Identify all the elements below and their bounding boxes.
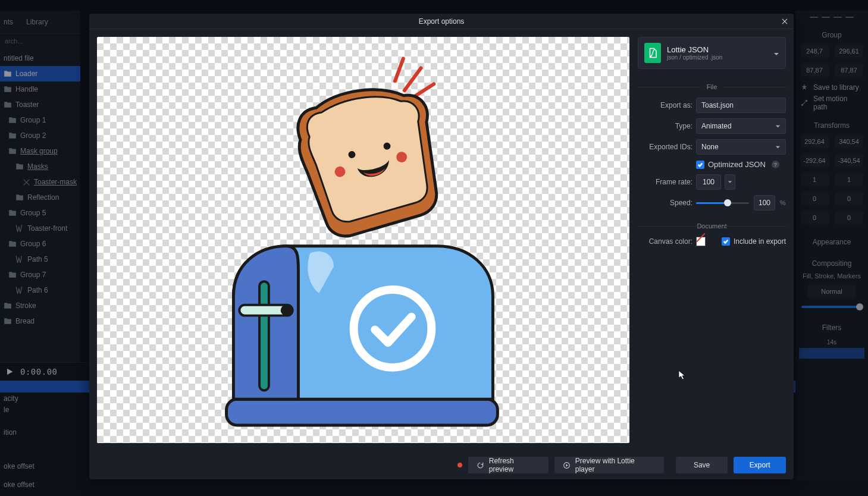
play-circle-icon (563, 462, 571, 469)
status-dot-icon (457, 463, 462, 467)
prop-transforms-title: Transforms (795, 111, 868, 132)
prop-x[interactable]: 248,7 (800, 45, 829, 58)
exported-ids-label: Exported IDs: (638, 143, 692, 151)
exported-ids-select[interactable]: None (696, 139, 786, 155)
refresh-preview-button[interactable]: Refresh preview (468, 457, 549, 473)
speed-value[interactable]: 100 (754, 195, 775, 211)
prop-ty1[interactable]: 340,54 (835, 135, 863, 148)
layer-reflection[interactable]: Reflection (0, 190, 80, 205)
set-motion-path-button[interactable]: Set motion path (795, 95, 868, 111)
section-document: Document (638, 222, 786, 230)
prop-w[interactable]: 87,87 (800, 64, 829, 77)
frame-rate-label: Frame rate: (638, 178, 692, 186)
prop-ty2[interactable]: -340,54 (835, 154, 863, 167)
speed-slider[interactable] (696, 198, 749, 208)
canvas-color-label: Canvas color: (638, 237, 692, 246)
format-selector[interactable]: Lottie JSON json / optimized .json (638, 37, 786, 69)
prop-0d[interactable]: 0 (835, 211, 863, 224)
export-as-label: Export as: (638, 101, 692, 109)
type-label: Type: (638, 122, 692, 130)
layer-toaster-mask[interactable]: Toaster-mask (0, 174, 80, 190)
tl-offset2[interactable]: oke offset (0, 479, 868, 490)
optimized-json-label: Optimized JSON (708, 160, 766, 169)
chevron-down-icon (773, 50, 779, 56)
layer-group7[interactable]: Group 7 (0, 267, 80, 282)
prop-0c[interactable]: 0 (800, 211, 829, 224)
chevron-down-icon (775, 124, 781, 129)
export-options-dialog: Export options (89, 14, 794, 479)
prop-y[interactable]: 296,61 (835, 45, 863, 58)
timecode: 0:00.00 (20, 367, 58, 376)
layer-bread[interactable]: Bread (0, 313, 80, 329)
lottie-json-icon (644, 43, 661, 63)
export-button[interactable]: Export (734, 457, 786, 473)
preview-lottie-player-button[interactable]: Preview with Lottie player (554, 457, 664, 473)
help-icon[interactable]: ? (772, 161, 779, 168)
svg-rect-9 (281, 305, 294, 316)
prop-group-title: Group (795, 20, 868, 42)
layer-untitled[interactable]: ntitled file (0, 51, 80, 66)
prop-fill-stroke: Fill, Stroke, Markers (795, 270, 868, 282)
preview-canvas (97, 37, 629, 443)
layers-search[interactable]: arch... (0, 34, 80, 48)
layer-stroke[interactable]: Stroke (0, 298, 80, 313)
prop-0a[interactable]: 0 (800, 192, 829, 205)
close-icon (781, 17, 789, 26)
dialog-header: Export options (89, 14, 794, 29)
play-icon[interactable] (5, 367, 14, 376)
save-button[interactable]: Save (676, 457, 728, 473)
prop-appearance-title: Appearance (795, 227, 868, 249)
prop-0b[interactable]: 0 (835, 192, 863, 205)
layer-toaster-front[interactable]: Toaster-front (0, 221, 80, 236)
layer-tree: ntitled file Loader Handle Toaster Group… (0, 48, 80, 329)
panel-tab-library[interactable]: Library (26, 18, 48, 26)
layer-path5[interactable]: Path 5 (0, 252, 80, 267)
close-button[interactable] (778, 15, 791, 28)
layer-group2[interactable]: Group 2 (0, 128, 80, 143)
prop-tx2[interactable]: -292,64 (800, 154, 829, 167)
svg-point-1 (806, 100, 807, 102)
prop-1a[interactable]: 1 (800, 173, 829, 186)
properties-panel: Group 248,7296,61 87,8787,87 Save to lib… (795, 11, 868, 481)
layer-group1[interactable]: Group 1 (0, 112, 80, 128)
layer-group6[interactable]: Group 6 (0, 236, 80, 252)
type-select[interactable]: Animated (696, 118, 786, 134)
prop-blend[interactable]: Normal (807, 285, 856, 298)
layer-handle[interactable]: Handle (0, 81, 80, 97)
format-subtitle: json / optimized .json (667, 54, 767, 61)
frame-rate-stepper[interactable] (725, 174, 735, 190)
prop-tx1[interactable]: 292,64 (800, 135, 829, 148)
include-in-export-label: Include in export (734, 237, 786, 246)
include-in-export-checkbox[interactable] (722, 237, 730, 246)
optimized-json-checkbox[interactable] (696, 161, 704, 169)
prop-compositing-title: Compositing (795, 249, 868, 270)
layers-panel: nts Library arch... ntitled file Loader … (0, 11, 80, 481)
panel-tabs: nts Library (0, 11, 80, 34)
refresh-icon (477, 462, 484, 469)
prop-filters-title: Filters (795, 313, 868, 334)
frame-rate-input[interactable]: 100 (696, 174, 721, 190)
layer-mask-group[interactable]: Mask group (0, 143, 80, 159)
chevron-down-icon (775, 145, 781, 150)
prop-1b[interactable]: 1 (835, 173, 863, 186)
export-as-input[interactable]: Toast.json (696, 98, 786, 113)
speed-label: Speed: (638, 199, 692, 207)
prop-h[interactable]: 87,87 (835, 64, 863, 77)
export-options-panel: Lottie JSON json / optimized .json File … (638, 37, 786, 443)
layer-path6[interactable]: Path 6 (0, 282, 80, 298)
canvas-color-swatch[interactable] (696, 237, 706, 246)
svg-rect-6 (227, 399, 498, 425)
preview-artwork (97, 37, 629, 443)
panel-tab-elements[interactable]: nts (4, 18, 13, 26)
layer-toaster[interactable]: Toaster (0, 97, 80, 112)
svg-rect-7 (259, 281, 269, 390)
dialog-footer: Refresh preview Preview with Lottie play… (89, 451, 794, 479)
dialog-title: Export options (419, 17, 465, 26)
time-ruler-label: 14s (795, 339, 868, 346)
save-to-library-button[interactable]: Save to library (795, 80, 868, 95)
layer-loader[interactable]: Loader (0, 66, 80, 81)
svg-point-0 (801, 104, 803, 106)
layer-group5[interactable]: Group 5 (0, 205, 80, 221)
layer-masks[interactable]: Masks (0, 159, 80, 174)
speed-unit: % (780, 199, 786, 206)
